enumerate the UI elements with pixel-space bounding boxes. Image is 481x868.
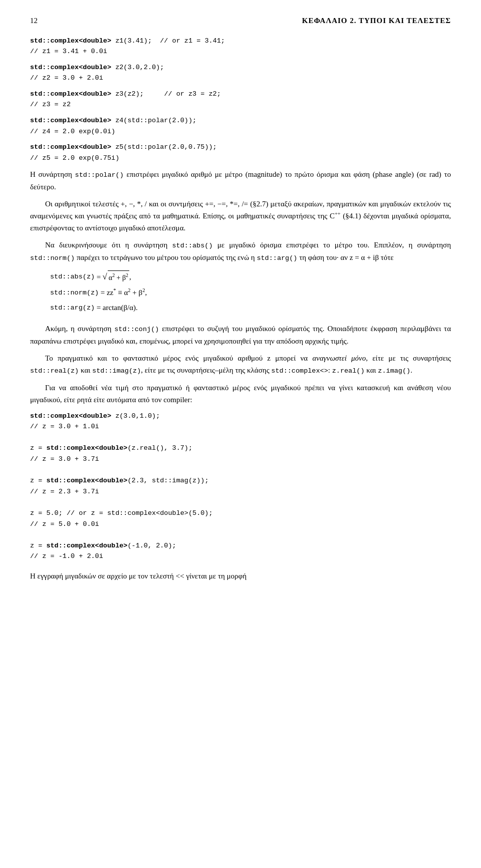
page-number: 12 [30,15,38,27]
paragraph-conj: Ακόμη, η συνάρτηση std::conj() επιστρέφε… [30,323,451,347]
math-norm: std::norm(z) = zz* ≡ α2 + β2, [50,286,451,300]
page-title: ΚΕΦΑΛΑΙΟ 2. ΤΥΠΟΙ ΚΑΙ ΤΕΛΕΣΤΕΣ [302,15,451,27]
math-formulas: std::abs(z) = √ α2 + β2 , std::norm(z) =… [50,269,451,315]
paragraph-realimag: Το πραγματικό και το φανταστικό μέρος εν… [30,352,451,377]
code-block-z1: std::complex<double> z1(3.41); // or z1 … [30,36,451,57]
page-header: 12 ΚΕΦΑΛΑΙΟ 2. ΤΥΠΟΙ ΚΑΙ ΤΕΛΕΣΤΕΣ [30,15,451,27]
paragraph-operators: Οι αριθμητικοί τελεστές +, −, *, / και ο… [30,198,451,234]
code-block-z3: std::complex<double> z3(z2); // or z3 = … [30,89,451,110]
math-arg: std::arg(z) = arctan(β/α). [50,301,451,315]
paragraph-footer: Η εγγραφή μιγαδικών σε αρχείο με τον τελ… [30,570,451,582]
paragraph-assign: Για να αποδοθεί νέα τιμή στο πραγματικό … [30,382,451,406]
paragraph-polar: Η συνάρτηση std::polar() επιστρέφει μιγα… [30,168,451,193]
code-block-z2: std::complex<double> z2(3.0,2.0); // z2 … [30,62,451,84]
code-block-z5: std::complex<double> z5(std::polar(2.0,0… [30,142,451,163]
math-abs: std::abs(z) = √ α2 + β2 , [50,269,451,284]
paragraph-abs-norm: Να διευκρινήσουμε ότι η συνάρτηση std::a… [30,239,451,263]
code-block-z4: std::complex<double> z4(std::polar(2.0))… [30,115,451,137]
code-block-z-series: std::complex<double> z(3.0,1.0); // z = … [30,411,451,562]
